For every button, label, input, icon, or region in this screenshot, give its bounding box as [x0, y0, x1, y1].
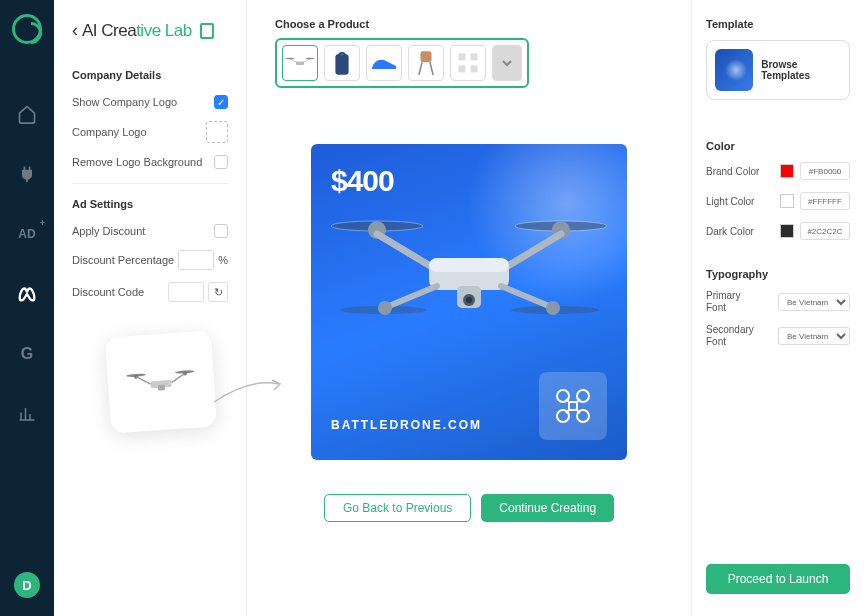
- pct-symbol: %: [218, 254, 228, 266]
- apply-discount-label: Apply Discount: [72, 225, 145, 237]
- show-logo-checkbox[interactable]: [214, 95, 228, 109]
- svg-rect-13: [335, 54, 348, 75]
- typography-heading: Typography: [706, 268, 850, 280]
- svg-rect-20: [471, 66, 478, 73]
- svg-rect-19: [458, 66, 465, 73]
- page-title: AI Creative Lab: [82, 21, 192, 41]
- company-logo-label: Company Logo: [72, 126, 147, 138]
- light-color-input[interactable]: [800, 192, 850, 210]
- product-thumb-more[interactable]: [492, 45, 522, 81]
- app-logo[interactable]: [12, 14, 42, 44]
- product-thumb-grid[interactable]: [450, 45, 486, 81]
- primary-font-select[interactable]: Be Vietnam Pro: [778, 293, 850, 311]
- secondary-font-select[interactable]: Be Vietnam Pro: [778, 327, 850, 345]
- primary-font-label: Primary Font: [706, 290, 762, 314]
- brand-color-input[interactable]: [800, 162, 850, 180]
- svg-point-35: [546, 301, 560, 315]
- drone-mini-illustration: [125, 365, 197, 400]
- svg-point-31: [466, 297, 472, 303]
- product-thumb-shoe[interactable]: [366, 45, 402, 81]
- discount-pct-input[interactable]: [178, 250, 214, 270]
- remove-bg-checkbox[interactable]: [214, 155, 228, 169]
- preview-panel: Choose a Product $400: [246, 0, 692, 616]
- company-logo-upload[interactable]: [206, 121, 228, 143]
- svg-rect-7: [158, 385, 165, 391]
- product-thumbnails: [275, 38, 529, 88]
- brand-color-label: Brand Color: [706, 166, 759, 177]
- template-heading: Template: [706, 18, 850, 30]
- nav-plug[interactable]: [15, 162, 39, 186]
- drone-hero-illustration: [329, 200, 609, 340]
- remove-bg-label: Remove Logo Background: [72, 156, 202, 168]
- color-heading: Color: [706, 140, 850, 152]
- svg-rect-17: [458, 53, 465, 60]
- svg-line-5: [171, 373, 186, 382]
- preview-brand-icon-box: [539, 372, 607, 440]
- company-details-heading: Company Details: [72, 69, 228, 81]
- preview-domain: BATTLEDRONE.COM: [331, 418, 482, 432]
- dark-color-label: Dark Color: [706, 226, 754, 237]
- settings-panel: ‹ AI Creative Lab Company Details Show C…: [54, 0, 246, 616]
- product-thumb-drone[interactable]: [282, 45, 318, 81]
- nav-home[interactable]: [15, 102, 39, 126]
- svg-rect-14: [420, 51, 431, 62]
- discount-code-label: Discount Code: [72, 286, 144, 298]
- product-thumb-bag[interactable]: [324, 45, 360, 81]
- brand-color-swatch[interactable]: [780, 164, 794, 178]
- dark-color-swatch[interactable]: [780, 224, 794, 238]
- svg-line-15: [419, 62, 422, 75]
- properties-panel: Template Browse Templates Color Brand Co…: [692, 0, 868, 616]
- svg-line-4: [136, 376, 151, 385]
- light-color-label: Light Color: [706, 196, 754, 207]
- continue-button[interactable]: Continue Creating: [481, 494, 614, 522]
- arrow-curve-icon: [210, 370, 286, 410]
- choose-product-heading: Choose a Product: [275, 18, 663, 30]
- nav-google[interactable]: G: [15, 342, 39, 366]
- svg-line-16: [430, 62, 433, 75]
- nav-rail: AD+ G D: [0, 0, 54, 616]
- svg-rect-18: [471, 53, 478, 60]
- svg-rect-10: [296, 62, 304, 66]
- back-chevron-icon[interactable]: ‹: [72, 20, 78, 41]
- ad-preview: $400 BATTLEDRONE.COM: [311, 144, 627, 460]
- svg-rect-28: [429, 258, 509, 272]
- product-thumb-chair[interactable]: [408, 45, 444, 81]
- proceed-to-launch-button[interactable]: Proceed to Launch: [706, 564, 850, 594]
- nav-analytics[interactable]: [15, 402, 39, 426]
- go-back-button[interactable]: Go Back to Previous: [324, 494, 471, 522]
- dark-color-input[interactable]: [800, 222, 850, 240]
- device-icon[interactable]: [200, 23, 214, 39]
- browse-templates-card[interactable]: Browse Templates: [706, 40, 850, 100]
- svg-point-34: [378, 301, 392, 315]
- nav-meta[interactable]: [15, 282, 39, 306]
- user-avatar[interactable]: D: [14, 572, 40, 598]
- show-logo-label: Show Company Logo: [72, 96, 177, 108]
- apply-discount-checkbox[interactable]: [214, 224, 228, 238]
- floating-product-card: [105, 330, 217, 433]
- svg-line-12: [303, 59, 310, 63]
- svg-line-11: [290, 59, 297, 63]
- secondary-font-label: Secondary Font: [706, 324, 762, 348]
- discount-code-input[interactable]: [168, 282, 204, 302]
- drone-outline-icon: [553, 386, 593, 426]
- template-thumbnail: [715, 49, 753, 91]
- regenerate-code-button[interactable]: ↻: [208, 282, 228, 302]
- svg-rect-40: [569, 402, 577, 410]
- light-color-swatch[interactable]: [780, 194, 794, 208]
- preview-price: $400: [331, 164, 394, 198]
- ad-settings-heading: Ad Settings: [72, 198, 228, 210]
- browse-templates-label: Browse Templates: [761, 59, 841, 81]
- nav-ad-plus[interactable]: AD+: [15, 222, 39, 246]
- discount-pct-label: Discount Percentage: [72, 254, 174, 266]
- chevron-down-icon: [501, 57, 513, 69]
